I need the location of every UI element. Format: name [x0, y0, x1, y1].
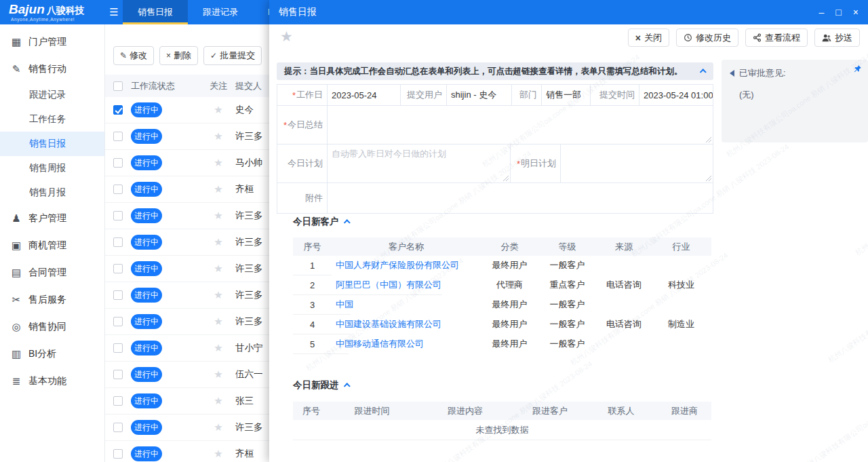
row-checkbox[interactable] — [113, 185, 123, 194]
table-row[interactable]: 进行中 ★ 许三多 — [105, 282, 269, 309]
resize-handle[interactable] — [705, 174, 711, 181]
star-icon[interactable]: ★ — [207, 104, 230, 116]
row-checkbox[interactable] — [113, 370, 123, 379]
delete-button[interactable]: × 删除 — [159, 46, 198, 65]
minimize-icon[interactable]: – — [819, 7, 825, 17]
row-checkbox[interactable] — [113, 132, 123, 141]
customer-link[interactable]: 中国建设基础设施有限公司 — [332, 318, 481, 330]
customer-link[interactable]: 中国 — [332, 299, 481, 311]
star-icon[interactable]: ★ — [207, 130, 230, 142]
top-tab[interactable]: 跟进记录 — [188, 0, 253, 24]
favorite-star-icon[interactable]: ★ — [280, 29, 293, 43]
status-badge[interactable]: 进行中 — [131, 288, 162, 303]
table-row[interactable]: 进行中 ★ 甘小宁 — [105, 335, 269, 362]
status-badge[interactable]: 进行中 — [131, 155, 162, 170]
sidebar-item[interactable]: 工作任务 — [0, 107, 104, 132]
work-date-value[interactable]: 2023-05-24 — [328, 85, 401, 105]
hamburger-menu-icon[interactable]: ☰ — [105, 0, 123, 24]
sidebar-item[interactable]: 跟进记录 — [0, 83, 104, 107]
top-tab[interactable]: 销售日报 — [123, 0, 188, 24]
sidebar-item[interactable]: ▤ 合同管理 — [0, 259, 104, 286]
sidebar-item[interactable]: ≣ 基本功能 — [0, 368, 104, 395]
resize-handle[interactable] — [705, 136, 711, 142]
star-icon[interactable]: ★ — [207, 315, 230, 328]
status-badge[interactable]: 进行中 — [131, 420, 162, 435]
row-checkbox[interactable] — [113, 449, 123, 459]
cc-button[interactable]: 抄送 — [814, 28, 860, 47]
sidebar-item[interactable]: 销售月报 — [0, 180, 104, 205]
row-checkbox[interactable] — [113, 237, 123, 247]
sidebar-item[interactable]: ▦ 门户管理 — [0, 28, 104, 56]
table-row[interactable]: 进行中 ★ 许三多 — [105, 309, 269, 335]
status-badge[interactable]: 进行中 — [131, 393, 162, 408]
star-icon[interactable]: ★ — [207, 183, 230, 195]
collapse-tip-chevron-up-icon[interactable] — [700, 69, 707, 75]
sidebar-item[interactable]: ▣ 商机管理 — [0, 232, 104, 259]
table-row[interactable]: 进行中 ★ 张三 — [105, 388, 269, 415]
batch-submit-button[interactable]: ✓ 批量提交 — [203, 46, 262, 65]
sidebar-item[interactable]: ▥ BI分析 — [0, 341, 104, 368]
customer-link[interactable]: 阿里巴巴（中国）有限公司 — [332, 279, 481, 291]
star-icon[interactable]: ★ — [207, 448, 230, 460]
attachment-area[interactable] — [328, 183, 713, 213]
collapse-triangle-left-icon[interactable] — [730, 70, 734, 77]
row-checkbox[interactable] — [113, 264, 123, 273]
status-badge[interactable]: 进行中 — [131, 129, 162, 144]
table-row[interactable]: 进行中 ★ 伍六一 — [105, 362, 269, 388]
row-checkbox[interactable] — [113, 317, 123, 326]
edit-button[interactable]: ✎ 修改 — [113, 46, 154, 65]
select-all-checkbox[interactable] — [113, 81, 123, 91]
pin-icon[interactable] — [853, 64, 862, 73]
collapse-section-chevron-up-icon[interactable] — [343, 219, 350, 226]
status-badge[interactable]: 进行中 — [131, 367, 162, 382]
today-plan-textarea[interactable] — [328, 145, 511, 182]
edit-history-button[interactable]: 修改历史 — [676, 28, 738, 47]
table-row[interactable]: 进行中 ★ 齐桓 — [105, 441, 269, 462]
close-window-icon[interactable]: × — [853, 7, 859, 17]
status-badge[interactable]: 进行中 — [131, 182, 162, 197]
close-detail-button[interactable]: × 关闭 — [628, 28, 669, 47]
sidebar-item[interactable]: ♟ 客户管理 — [0, 205, 104, 232]
star-icon[interactable]: ★ — [207, 263, 230, 275]
table-row[interactable]: 进行中 ★ 马小帅 — [105, 150, 269, 176]
row-checkbox[interactable] — [113, 423, 123, 432]
table-row[interactable]: 进行中 ★ 史今 — [105, 97, 269, 123]
today-plan-input[interactable] — [332, 149, 506, 159]
status-badge[interactable]: 进行中 — [131, 314, 162, 329]
table-row[interactable]: 进行中 ★ 许三多 — [105, 123, 269, 150]
sidebar-item[interactable]: 销售周报 — [0, 156, 104, 180]
table-row[interactable]: 进行中 ★ 许三多 — [105, 229, 269, 256]
star-icon[interactable]: ★ — [207, 421, 230, 434]
table-row[interactable]: 进行中 ★ 许三多 — [105, 415, 269, 441]
maximize-icon[interactable]: □ — [835, 7, 841, 17]
collapse-section-chevron-up-icon[interactable] — [343, 383, 350, 389]
star-icon[interactable]: ★ — [207, 236, 230, 248]
star-icon[interactable]: ★ — [207, 395, 230, 407]
status-badge[interactable]: 进行中 — [131, 235, 162, 250]
status-badge[interactable]: 进行中 — [131, 208, 162, 223]
row-checkbox[interactable] — [113, 396, 123, 406]
customer-link[interactable]: 中国移动通信有限公司 — [332, 338, 481, 350]
star-icon[interactable]: ★ — [207, 157, 230, 169]
sidebar-item[interactable]: 销售日报 — [0, 132, 104, 156]
star-icon[interactable]: ★ — [207, 289, 230, 301]
sidebar-item[interactable]: ✎ 销售行动 — [0, 56, 104, 83]
resize-handle[interactable] — [502, 174, 509, 181]
table-row[interactable]: 进行中 ★ 许三多 — [105, 256, 269, 282]
sidebar-item[interactable]: ✂ 售后服务 — [0, 286, 104, 313]
status-badge[interactable]: 进行中 — [131, 102, 162, 117]
sidebar-item[interactable]: ◎ 销售协同 — [0, 313, 104, 341]
summary-textarea[interactable] — [328, 106, 713, 144]
status-badge[interactable]: 进行中 — [131, 446, 162, 461]
tomorrow-plan-textarea[interactable] — [561, 145, 713, 182]
row-checkbox[interactable] — [113, 105, 123, 115]
table-row[interactable]: 进行中 ★ 许三多 — [105, 203, 269, 229]
row-checkbox[interactable] — [113, 343, 123, 353]
app-logo[interactable]: Bajun 八骏科技 Anyone,Anytime,Anywhere! — [0, 0, 105, 24]
row-checkbox[interactable] — [113, 211, 123, 220]
view-flow-button[interactable]: 查看流程 — [745, 28, 808, 47]
table-row[interactable]: 进行中 ★ 齐桓 — [105, 176, 269, 203]
star-icon[interactable]: ★ — [207, 368, 230, 381]
row-checkbox[interactable] — [113, 158, 123, 168]
star-icon[interactable]: ★ — [207, 342, 230, 354]
